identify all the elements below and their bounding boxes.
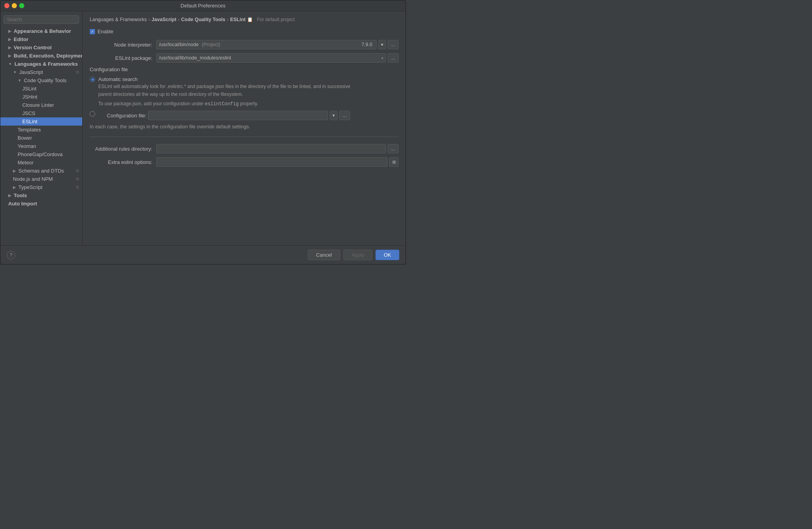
extra-eslint-input-group: ⊞ — [156, 157, 399, 167]
node-interpreter-label: Node interpreter: — [90, 42, 152, 48]
window-title: Default Preferences — [180, 3, 226, 9]
sidebar-item-label: TypeScript — [18, 184, 42, 190]
additional-rules-label: Additional rules directory: — [90, 146, 152, 152]
extra-eslint-row: Extra eslint options: ⊞ — [90, 157, 399, 167]
node-interpreter-field[interactable]: /usr/local/bin/node (Project) 7.9.0 — [156, 40, 377, 49]
arrow-icon: ▶ — [8, 37, 11, 41]
maximize-button[interactable] — [19, 3, 24, 8]
node-interpreter-dropdown[interactable]: ▾ — [378, 40, 386, 49]
extra-eslint-label: Extra eslint options: — [90, 159, 152, 165]
arrow-icon: ▶ — [8, 193, 11, 198]
sidebar-item-version-control[interactable]: ▶ Version Control — [0, 43, 82, 52]
eslint-package-more[interactable]: ... — [388, 53, 399, 63]
eslint-package-label: ESLint package: — [90, 55, 152, 61]
config-file-section-title: Configuration file — [90, 67, 399, 72]
section-divider — [90, 137, 399, 137]
config-file-option: Configuration file: ▾ ... — [90, 111, 399, 120]
extra-eslint-input[interactable] — [156, 157, 388, 167]
sidebar-item-jshint[interactable]: JSHint — [0, 93, 82, 101]
ok-button[interactable]: OK — [375, 250, 399, 260]
node-project-tag: (Project) — [202, 42, 220, 47]
sidebar-item-yeoman[interactable]: Yeoman — [0, 142, 82, 150]
sidebar-item-lang-frameworks[interactable]: ▼ Languages & Frameworks — [0, 60, 82, 68]
sidebar-item-label: Closure Linter — [22, 102, 54, 108]
footer-right: Cancel Apply OK — [308, 250, 399, 260]
sidebar-item-code-quality[interactable]: ▼ Code Quality Tools — [0, 76, 82, 85]
sidebar-item-meteor[interactable]: Meteor — [0, 158, 82, 167]
node-interpreter-row: Node interpreter: /usr/local/bin/node (P… — [90, 40, 399, 49]
sidebar-item-jslint[interactable]: JSLint — [0, 85, 82, 93]
sidebar-item-javascript[interactable]: ▼ JavaScript ⧉ — [0, 68, 82, 76]
search-input[interactable] — [4, 15, 79, 24]
sidebar-item-appearance[interactable]: ▶ Appearance & Behavior — [0, 27, 82, 35]
eslint-package-row: ESLint package: /usr/local/lib/node_modu… — [90, 53, 399, 63]
sidebar-item-label: Bower — [18, 135, 32, 141]
sidebar-item-phonegap[interactable]: PhoneGap/Cordova — [0, 150, 82, 158]
copy-icon: ⧉ — [76, 185, 79, 190]
sidebar-item-nodejs[interactable]: Node.js and NPM ⧉ — [0, 175, 82, 183]
sidebar-item-editor[interactable]: ▶ Editor — [0, 35, 82, 43]
sidebar-item-label: Version Control — [14, 45, 52, 50]
sidebar-item-label: ESLint — [22, 119, 37, 124]
arrow-icon: ▶ — [13, 185, 16, 189]
node-version-value: 7.9.0 — [361, 42, 372, 47]
eslint-dropdown-arrow-icon: ▾ — [381, 56, 383, 60]
preferences-window: Default Preferences ▶ Appearance & Behav… — [0, 0, 406, 264]
auto-search-desc4: property. — [240, 101, 258, 106]
close-button[interactable] — [4, 3, 9, 8]
cancel-button[interactable]: Cancel — [308, 250, 340, 260]
sidebar-item-schemas[interactable]: ▶ Schemas and DTDs ⧉ — [0, 167, 82, 175]
sidebar: ▶ Appearance & Behavior ▶ Editor ▶ Versi… — [0, 11, 83, 245]
auto-search-content: Automatic search ESLint will automatical… — [98, 76, 350, 108]
sidebar-item-auto-import[interactable]: Auto Import — [0, 200, 82, 208]
sidebar-item-templates[interactable]: Templates — [0, 126, 82, 134]
titlebar: Default Preferences — [0, 0, 406, 11]
arrow-icon: ▼ — [13, 70, 17, 74]
right-panel: Languages & Frameworks › JavaScript › Co… — [83, 11, 406, 245]
eslint-package-field[interactable]: /usr/local/lib/node_modules/eslint ▾ — [156, 53, 386, 63]
node-interpreter-more[interactable]: ... — [388, 40, 399, 49]
additional-rules-more[interactable]: ... — [388, 144, 399, 153]
config-file-dropdown[interactable]: ▾ — [330, 111, 337, 120]
help-button[interactable]: ? — [7, 251, 15, 259]
sidebar-item-label: Tools — [14, 193, 27, 198]
copy-icon: ⧉ — [76, 176, 79, 182]
footer: ? Cancel Apply OK — [0, 245, 406, 264]
copy-icon: ⧉ — [76, 70, 79, 75]
config-file-radio[interactable] — [90, 111, 95, 117]
sidebar-item-label: Templates — [18, 127, 41, 133]
config-file-label-text: Configuration file: — [107, 113, 146, 119]
sidebar-item-bower[interactable]: Bower — [0, 134, 82, 142]
sidebar-item-jscs[interactable]: JSCS — [0, 109, 82, 117]
auto-search-radio[interactable] — [90, 77, 95, 82]
sidebar-item-label: PhoneGap/Cordova — [18, 151, 63, 157]
sidebar-item-build[interactable]: ▶ Build, Execution, Deployment — [0, 52, 82, 60]
config-file-more[interactable]: ... — [339, 111, 350, 120]
arrow-icon: ▼ — [18, 78, 22, 83]
sidebar-item-label: Schemas and DTDs — [18, 168, 64, 174]
sidebar-item-typescript[interactable]: ▶ TypeScript ⧉ — [0, 183, 82, 191]
sidebar-item-label: Auto Import — [8, 201, 37, 207]
help-label: ? — [9, 252, 12, 258]
auto-search-desc2: parent directories all the way up to the… — [98, 91, 350, 98]
additional-rules-row: Additional rules directory: ... — [90, 144, 399, 153]
sidebar-item-label: Meteor — [18, 160, 33, 166]
auto-search-text: Automatic search — [98, 76, 137, 82]
sidebar-item-eslint[interactable]: ESLint — [0, 117, 82, 126]
extra-eslint-icon: ⊞ — [392, 160, 396, 165]
sidebar-item-label: Languages & Frameworks — [14, 61, 78, 67]
breadcrumb-segment-3: Code Quality Tools — [181, 17, 225, 22]
sidebar-item-label: JSLint — [22, 86, 36, 92]
minimize-button[interactable] — [12, 3, 17, 8]
additional-rules-input[interactable] — [156, 144, 386, 153]
enable-checkbox[interactable]: ✓ — [90, 29, 95, 34]
sidebar-item-tools[interactable]: ▶ Tools — [0, 191, 82, 200]
apply-button[interactable]: Apply — [343, 250, 373, 260]
config-file-input[interactable] — [148, 111, 328, 120]
breadcrumb-segment-1: Languages & Frameworks — [90, 17, 147, 22]
sidebar-item-closure-linter[interactable]: Closure Linter — [0, 101, 82, 109]
extra-eslint-icon-btn[interactable]: ⊞ — [389, 157, 399, 167]
config-file-label: Configuration file: — [107, 113, 146, 119]
sidebar-item-label: Appearance & Behavior — [14, 28, 71, 34]
node-interpreter-input-group: /usr/local/bin/node (Project) 7.9.0 ▾ ..… — [156, 40, 399, 49]
